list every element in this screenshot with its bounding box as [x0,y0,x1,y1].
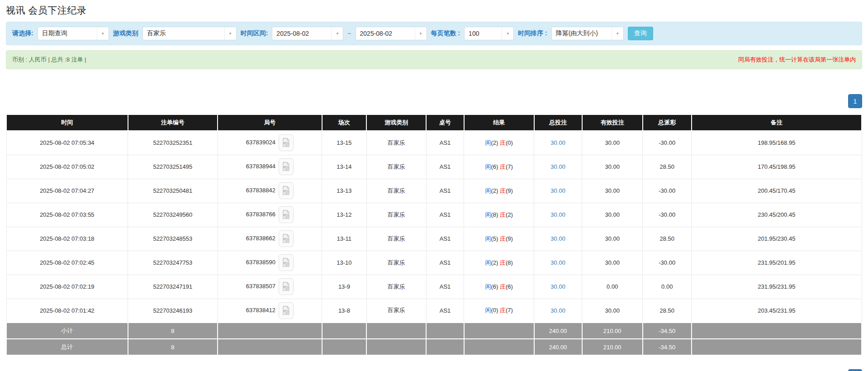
total-bet-link[interactable]: 30.00 [550,187,565,194]
total-bet-link[interactable]: 30.00 [550,211,565,218]
subtotal-label: 小计 [6,323,128,339]
subtotal-payout: -34.50 [643,323,692,339]
cell-valid-bet: 30.00 [582,155,643,179]
cell-game: 百家乐 [366,299,426,323]
table-row: 2025-08-02 07:04:27522703250481637838842… [6,179,862,203]
game-category-value: 百家乐 [143,29,224,38]
date-to-picker[interactable]: 2025-08-02 ▼ [356,27,427,40]
cell-valid-bet: 0.00 [582,275,643,299]
cell-payout: 0.00 [643,275,692,299]
cell-total-bet: 30.00 [534,227,582,251]
currency-total-text: 币别 : 人民币 | 总共 :8 注单 | [12,56,86,64]
time-sort-dropdown[interactable]: 降冪(由大到小) ▼ [551,27,624,40]
video-replay-button[interactable] [279,278,294,295]
chevron-down-icon[interactable]: ▼ [612,27,623,40]
cell-bet-id: 522703252351 [128,131,218,155]
result-player-score: (5) [491,235,498,242]
table-row: 2025-08-02 07:02:19522703247191637838507… [6,275,862,299]
chevron-down-icon[interactable]: ▼ [331,27,343,40]
table-body: 2025-08-02 07:05:34522703252351637839024… [6,131,862,355]
time-sort-label: 时间排序 : [518,29,547,38]
total-total-bet: 240.00 [534,339,582,355]
result-player-score: (6) [491,283,498,290]
cell-payout: -30.00 [643,203,692,227]
result-player-score: (6) [491,163,498,170]
cell-session: 13-13 [322,179,366,203]
video-replay-button[interactable] [279,302,294,319]
result-player-label: 闲 [485,283,491,290]
cell-total-bet: 30.00 [534,131,582,155]
cell-total-bet: 30.00 [534,299,582,323]
total-row: 总计8240.00210.00-34.50 [6,339,862,355]
video-replay-icon [282,138,290,147]
result-banker-score: (6) [506,283,513,290]
cell-session: 13-15 [322,131,366,155]
search-button[interactable]: 查询 [628,27,653,40]
video-replay-icon [282,234,290,243]
total-bet-link[interactable]: 30.00 [550,307,565,314]
page-1-button[interactable]: 1 [848,369,862,371]
video-replay-icon [282,210,290,219]
round-id-text: 637838766 [246,211,275,218]
cell-table-no: AS1 [426,251,464,275]
result-banker-score: (8) [506,259,513,266]
cell-valid-bet: 30.00 [582,227,643,251]
page-1-button[interactable]: 1 [848,94,862,108]
video-replay-button[interactable] [279,254,294,271]
filter-bar: 请选择: 日期查询 ▼ 游戏类别 百家乐 ▼ 时间区间: 2025-08-02 … [6,22,862,45]
cell-payout: -30.00 [643,251,692,275]
cell-bet-id: 522703248553 [128,227,218,251]
per-page-dropdown[interactable]: 100 ▼ [464,27,514,40]
chevron-down-icon[interactable]: ▼ [224,27,236,40]
result-banker-label: 庄 [500,283,506,290]
cell-session: 13-10 [322,251,366,275]
result-player-score: (2) [491,187,498,194]
cell-payout: -30.00 [643,179,692,203]
select-type-label: 请选择: [12,29,33,38]
cell-game: 百家乐 [366,179,426,203]
video-replay-button[interactable] [279,158,294,175]
cell-round-id: 637838590 [218,251,322,275]
date-from-picker[interactable]: 2025-08-02 ▼ [272,27,343,40]
result-banker-label: 庄 [500,139,506,146]
subtotal-valid-bet: 210.00 [582,323,643,339]
table-row: 2025-08-02 07:05:02522703251495637838944… [6,155,862,179]
column-header: 备注 [692,114,862,131]
page-title: 视讯 会员下注纪录 [6,4,862,17]
total-bet-link[interactable]: 30.00 [550,235,565,242]
cell-table-no: AS1 [426,155,464,179]
video-replay-button[interactable] [279,134,294,151]
video-replay-icon [282,258,290,267]
chevron-down-icon[interactable]: ▼ [415,27,427,40]
cell-game: 百家乐 [366,251,426,275]
query-type-dropdown[interactable]: 日期查询 ▼ [38,27,109,40]
video-replay-button[interactable] [279,206,294,223]
result-banker-score: (9) [506,187,513,194]
cell-round-id: 637839024 [218,131,322,155]
round-id-text: 637838590 [246,259,275,266]
chevron-down-icon[interactable]: ▼ [502,27,513,40]
cell-table-no: AS1 [426,179,464,203]
total-bet-link[interactable]: 30.00 [550,139,565,146]
video-replay-button[interactable] [279,230,294,247]
table-header-row: 时间注单编号局号场次游戏类别桌号结果总投注有效投注总派彩备注 [6,114,862,131]
video-replay-icon [282,282,290,291]
cell-time: 2025-08-02 07:03:55 [6,203,128,227]
cell-total-bet: 30.00 [534,203,582,227]
cell-valid-bet: 30.00 [582,299,643,323]
result-banker-label: 庄 [500,235,506,242]
column-header: 游戏类别 [366,114,426,131]
total-bet-link[interactable]: 30.00 [550,259,565,266]
total-bet-link[interactable]: 30.00 [550,163,565,170]
column-header: 局号 [218,114,322,131]
game-category-dropdown[interactable]: 百家乐 ▼ [142,27,237,40]
video-replay-button[interactable] [279,182,294,199]
cell-valid-bet: 30.00 [582,203,643,227]
result-player-label: 闲 [485,211,491,218]
column-header: 总投注 [534,114,582,131]
total-bet-link[interactable]: 30.00 [550,283,565,290]
result-player-label: 闲 [485,139,491,146]
total-label: 总计 [6,339,128,355]
subtotal-count: 8 [128,323,218,339]
chevron-down-icon[interactable]: ▼ [97,27,109,40]
